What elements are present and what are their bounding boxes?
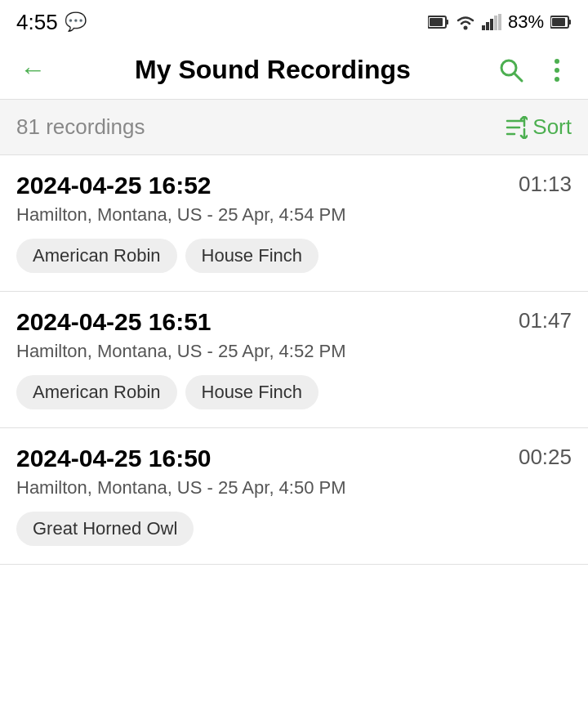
species-tag[interactable]: House Finch <box>185 239 319 273</box>
recording-item[interactable]: 2024-04-25 16:5101:47Hamilton, Montana, … <box>0 292 588 428</box>
recording-header: 2024-04-25 16:5000:25 <box>16 445 572 472</box>
svg-point-3 <box>463 26 467 30</box>
status-time: 4:55 <box>16 10 58 35</box>
search-button[interactable] <box>493 52 529 88</box>
svg-point-16 <box>555 77 559 82</box>
sort-button[interactable]: Sort <box>503 114 572 140</box>
recording-location: Hamilton, Montana, US - 25 Apr, 4:54 PM <box>16 204 572 226</box>
svg-line-13 <box>514 74 522 81</box>
app-header: ← My Sound Recordings <box>0 41 588 100</box>
status-bar: 4:55 💬 <box>0 0 588 41</box>
recordings-count: 81 recordings <box>16 114 145 140</box>
svg-point-15 <box>555 68 559 73</box>
recording-tags: Great Horned Owl <box>16 512 572 546</box>
recording-item[interactable]: 2024-04-25 16:5000:25Hamilton, Montana, … <box>0 428 588 565</box>
recording-datetime: 2024-04-25 16:52 <box>16 172 212 199</box>
svg-rect-6 <box>490 19 493 30</box>
more-icon <box>553 57 561 83</box>
svg-point-14 <box>555 59 559 64</box>
count-bar: 81 recordings Sort <box>0 100 588 155</box>
recording-item[interactable]: 2024-04-25 16:5201:13Hamilton, Montana, … <box>0 155 588 292</box>
svg-rect-8 <box>498 14 501 30</box>
status-right: 83% <box>428 11 572 33</box>
svg-rect-7 <box>494 16 497 30</box>
svg-rect-1 <box>446 20 448 25</box>
back-arrow-icon: ← <box>20 55 46 85</box>
sort-label: Sort <box>532 114 572 140</box>
page-title: My Sound Recordings <box>52 55 493 85</box>
header-actions <box>493 52 575 88</box>
recording-datetime: 2024-04-25 16:51 <box>16 308 212 336</box>
recording-tags: American RobinHouse Finch <box>16 239 572 273</box>
svg-rect-2 <box>430 18 443 26</box>
recording-header: 2024-04-25 16:5101:47 <box>16 308 572 336</box>
signal-icons <box>428 13 501 31</box>
recording-datetime: 2024-04-25 16:50 <box>16 445 212 472</box>
search-icon <box>498 57 524 83</box>
svg-rect-11 <box>552 18 565 26</box>
recording-duration: 00:25 <box>519 445 572 470</box>
species-tag[interactable]: House Finch <box>185 375 319 409</box>
recording-duration: 01:47 <box>519 308 572 333</box>
recording-header: 2024-04-25 16:5201:13 <box>16 172 572 199</box>
svg-rect-5 <box>486 22 489 30</box>
sort-icon <box>503 116 528 139</box>
signal-bars-icon <box>482 14 501 30</box>
recordings-list: 2024-04-25 16:5201:13Hamilton, Montana, … <box>0 155 588 565</box>
back-button[interactable]: ← <box>13 51 52 90</box>
chat-notification-icon: 💬 <box>65 11 87 33</box>
species-tag[interactable]: Great Horned Owl <box>16 512 194 546</box>
recording-tags: American RobinHouse Finch <box>16 375 572 409</box>
species-tag[interactable]: American Robin <box>16 375 177 409</box>
svg-rect-10 <box>568 20 571 25</box>
status-left: 4:55 💬 <box>16 10 87 35</box>
battery-icon <box>428 14 449 30</box>
recording-duration: 01:13 <box>519 172 572 197</box>
species-tag[interactable]: American Robin <box>16 239 177 273</box>
battery-percentage: 83% <box>508 11 544 33</box>
wifi-icon <box>454 13 477 31</box>
recording-location: Hamilton, Montana, US - 25 Apr, 4:52 PM <box>16 341 572 362</box>
more-options-button[interactable] <box>539 52 575 88</box>
battery-status-icon <box>550 15 572 29</box>
svg-rect-4 <box>482 25 485 30</box>
recording-location: Hamilton, Montana, US - 25 Apr, 4:50 PM <box>16 477 572 499</box>
